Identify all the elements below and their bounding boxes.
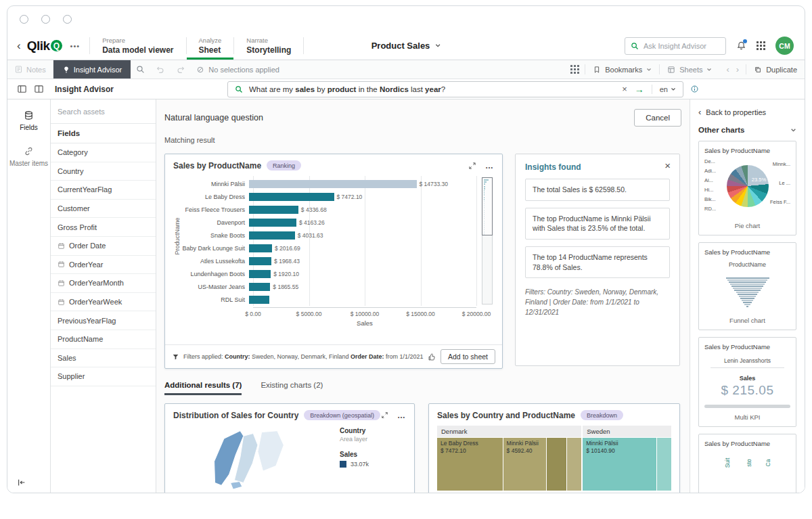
bar[interactable] (249, 193, 334, 201)
left-panel-toggle-icon[interactable] (17, 84, 27, 94)
alt-chart-funnel-card[interactable]: Sales by ProductName ProductName Funnel … (698, 242, 796, 330)
bar[interactable] (249, 296, 269, 304)
bar-row[interactable]: Atles Lussekofta$ 1968.43 (173, 254, 476, 267)
avatar[interactable]: CM (775, 37, 794, 55)
treemap-block[interactable] (567, 438, 581, 491)
bar-row[interactable]: US-Master Jeans$ 1865.55 (173, 280, 476, 293)
ask-insight-advisor-input[interactable]: Ask Insight Advisor (625, 37, 726, 55)
nordics-map[interactable] (173, 426, 340, 491)
bar-row[interactable]: Feiss Fleece Trousers$ 4336.68 (173, 203, 476, 216)
sidebar-tab-fields[interactable]: Fields (7, 104, 50, 139)
sheet-grid-icon[interactable] (565, 60, 585, 78)
field-item[interactable]: OrderYear (51, 256, 156, 275)
next-sheet-icon[interactable]: › (736, 64, 739, 74)
alt-chart-pie-card[interactable]: Sales by ProductName 23.5% De...Adi...Ai… (698, 141, 796, 235)
clear-query-icon[interactable]: × (622, 85, 627, 93)
chart-footer: Filters applied: Country: Sweden, Norway… (165, 344, 502, 368)
bookmarks-button[interactable]: Bookmarks (585, 60, 659, 78)
bar-row[interactable]: Le Baby Dress$ 7472.10 (173, 190, 476, 203)
field-item[interactable]: Country (51, 162, 156, 181)
treemap-block[interactable] (657, 438, 671, 491)
treemap-block[interactable]: Minnki Pälsii$ 4592.40 (503, 438, 546, 491)
notifications-button[interactable] (736, 41, 746, 51)
bar[interactable] (249, 180, 417, 188)
field-item[interactable]: CurrentYearFlag (51, 181, 156, 200)
field-item[interactable]: Category (51, 143, 156, 162)
treemap-block[interactable]: Le Baby Dress$ 7472.10 (437, 438, 503, 491)
alt-chart-bar-card[interactable]: Sales by ProductName SuitstoCa (698, 434, 796, 493)
bar-row[interactable]: RDL Suit (173, 293, 476, 306)
expand-icon[interactable] (381, 411, 388, 419)
tab-existing-charts[interactable]: Existing charts (2) (261, 381, 323, 395)
nav-analyze[interactable]: Analyze Sheet (187, 32, 234, 60)
bar[interactable] (249, 231, 295, 240)
add-to-sheet-button[interactable]: Add to sheet (441, 349, 495, 364)
treemap-block[interactable] (547, 438, 567, 491)
bar-row[interactable]: Snake Boots$ 4031.63 (173, 229, 476, 242)
minimap-viewport[interactable] (482, 177, 493, 235)
field-item[interactable]: Gross Profit (51, 218, 156, 237)
collapse-panel-icon[interactable] (7, 478, 50, 493)
other-charts-section[interactable]: Other charts (698, 126, 796, 134)
search-assets-input[interactable]: Search assets (51, 99, 156, 124)
field-item[interactable]: PreviousYearFlag (51, 311, 156, 330)
window-control-maximize[interactable] (63, 15, 72, 24)
bar-row[interactable]: Davenport$ 4163.26 (173, 216, 476, 229)
app-name-dropdown[interactable]: Product Sales (371, 32, 441, 60)
window-control-close[interactable] (20, 15, 28, 24)
bar[interactable] (249, 270, 271, 278)
expand-icon[interactable] (468, 162, 476, 170)
notes-button[interactable]: Notes (7, 60, 53, 78)
app-launcher-icon[interactable] (757, 41, 765, 50)
sidebar-tab-master-items[interactable]: Master items (7, 139, 50, 175)
bar[interactable] (249, 244, 272, 252)
search-icon (235, 85, 243, 93)
bar[interactable] (249, 206, 298, 214)
field-item[interactable]: ProductName (51, 330, 156, 349)
bar[interactable] (249, 257, 271, 265)
treemap-block[interactable]: Minnki Pälsii$ 10140.90 (583, 438, 656, 491)
insight-advisor-button[interactable]: Insight Advisor (53, 60, 131, 78)
thumbs-up-icon[interactable] (428, 353, 436, 361)
bar-row[interactable]: Baby Dark Lounge Suit$ 2016.69 (173, 242, 476, 254)
treemap-result-card[interactable]: Sales by Country and ProductName Breakdo… (428, 403, 680, 493)
sheets-button[interactable]: Sheets (660, 60, 719, 78)
more-menu-icon[interactable]: ••• (70, 42, 81, 50)
submit-query-icon[interactable]: → (635, 85, 644, 94)
field-item[interactable]: Customer (51, 200, 156, 219)
fields-group-header[interactable]: Fields (51, 124, 156, 143)
back-icon[interactable]: ‹ (17, 40, 21, 51)
field-item[interactable]: Sales (51, 349, 156, 368)
window-control-minimize[interactable] (41, 15, 50, 24)
field-item[interactable]: OrderYearWeek (51, 293, 156, 312)
tab-additional-results[interactable]: Additional results (7) (164, 381, 242, 395)
bar-row[interactable]: Minnki Pälsii$ 14733.30 (173, 177, 476, 190)
field-item[interactable]: Order Date (51, 237, 156, 256)
back-to-properties[interactable]: ‹ Back to properties (698, 108, 796, 116)
nl-question-input[interactable]: What are my sales by product in the Nord… (227, 81, 683, 97)
smart-search-icon[interactable] (131, 60, 150, 78)
field-item[interactable]: OrderYearMonth (51, 274, 156, 293)
funnel-dimension-label: ProductName (704, 261, 790, 268)
more-options-icon[interactable]: … (485, 162, 494, 170)
bar[interactable] (249, 283, 270, 291)
close-icon[interactable]: × (664, 160, 671, 171)
prev-sheet-icon[interactable]: ‹ (726, 64, 729, 74)
step-forward-icon[interactable] (171, 60, 191, 78)
split-panel-toggle-icon[interactable] (34, 84, 44, 94)
cancel-button[interactable]: Cancel (634, 109, 681, 127)
nav-prepare[interactable]: Prepare Data model viewer (90, 32, 185, 60)
info-icon[interactable] (690, 85, 699, 93)
more-options-icon[interactable]: … (397, 411, 406, 420)
chart-minimap-scrollbar[interactable] (482, 177, 493, 304)
nav-narrate[interactable]: Narrate Storytelling (234, 32, 303, 60)
duplicate-button[interactable]: Duplicate (746, 60, 805, 78)
map-result-card[interactable]: Distribution of Sales for Country Breakd… (164, 403, 415, 493)
bar[interactable] (249, 219, 296, 227)
language-dropdown[interactable]: en (660, 85, 676, 93)
step-back-icon[interactable] (150, 60, 171, 78)
bar-row[interactable]: Lundenhagen Boots$ 1920.10 (173, 267, 476, 280)
field-item[interactable]: Supplier (51, 367, 156, 386)
matching-result-chart-card[interactable]: Sales by ProductName Ranking … ProductNa… (164, 154, 503, 369)
alt-chart-kpi-card[interactable]: Sales by ProductName Lenin Jeansshorts S… (698, 337, 796, 427)
